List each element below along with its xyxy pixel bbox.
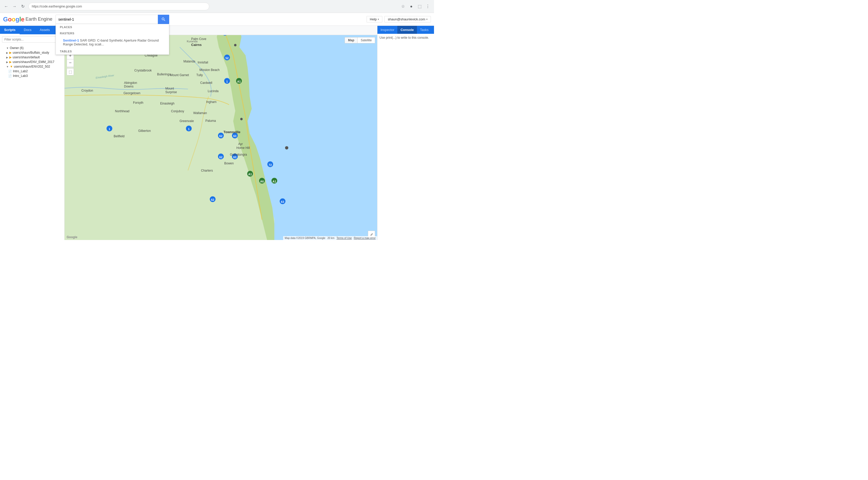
folder-arrow-icon: ▼	[6, 65, 9, 68]
bookmark-icon[interactable]: ☆	[399, 3, 407, 10]
folder-label: users/shaun/Buffalo_study	[13, 51, 49, 55]
svg-text:A6: A6	[260, 180, 264, 183]
svg-point-36	[234, 44, 237, 46]
svg-text:1: 1	[188, 128, 190, 131]
tab-console[interactable]: Console	[397, 26, 417, 34]
search-icon	[161, 17, 166, 22]
tab-assets[interactable]: Assets	[36, 26, 54, 34]
svg-text:1: 1	[108, 128, 110, 131]
file-label: Intro_Lab3	[13, 74, 28, 78]
tree-owner-label[interactable]: ▼ Owner (6)	[2, 46, 62, 50]
tab-scripts[interactable]: Scripts	[0, 26, 20, 34]
svg-text:62: 62	[211, 198, 214, 201]
folder-arrow-icon: ▶	[6, 61, 8, 64]
svg-text:A1: A1	[237, 80, 241, 83]
more-icon[interactable]: ⋮	[424, 3, 431, 10]
folder-label: users/shaun/ENV202_502	[14, 65, 50, 68]
svg-text:A1: A1	[273, 180, 276, 183]
scripts-tree: ▼ Owner (6) ▶ ▶ users/shaun/Buffalo_stud…	[0, 45, 64, 240]
tree-item-intro-lab2[interactable]: 📄 Intro_Lab2	[2, 69, 62, 74]
file-icon: 📄	[8, 74, 12, 78]
tab-inspector[interactable]: Inspector	[377, 26, 397, 34]
browser-chrome: ← → ↻ https://code.earthengine.google.co…	[0, 0, 434, 13]
filter-scripts-area	[0, 34, 64, 45]
map-data-label: Map data ©2019 GBRMPA, Google	[285, 237, 325, 239]
tables-header: TABLES	[56, 48, 169, 55]
profile-icon[interactable]: ●	[408, 3, 415, 10]
folder-label: users/shaun/ENV_EMM_2017	[13, 60, 54, 64]
file-label: Intro_Lab2	[13, 69, 28, 73]
svg-point-38	[285, 146, 288, 149]
folder-icon: ▶	[9, 51, 11, 55]
console-content: Use print(...) to write to this console.	[377, 34, 434, 240]
map-type-satellite-button[interactable]: Satellite	[358, 37, 375, 43]
browser-nav-buttons: ← → ↻	[3, 3, 26, 10]
zoom-out-button[interactable]: −	[67, 59, 74, 67]
folder-icon: ▶	[9, 60, 11, 64]
address-bar[interactable]: https://code.earthengine.google.com	[28, 3, 209, 10]
report-link[interactable]: Report a map error	[354, 237, 376, 239]
console-hint-text: Use print(...) to write to this console.	[379, 36, 429, 39]
folder-icon: ▼	[10, 65, 13, 68]
user-dropdown-arrow: ▾	[426, 18, 428, 21]
scale-label: 20 km	[327, 237, 334, 239]
google-g-icon: Google	[3, 16, 25, 23]
tree-item-intro-lab3[interactable]: 📄 Intro_Lab3	[2, 74, 62, 78]
svg-text:A1: A1	[248, 173, 252, 176]
svg-text:62: 62	[219, 134, 222, 138]
center-panel: Save ▾ Run ▾ Reset ▾ ⊞ ⚙	[65, 26, 377, 240]
places-header: PLACES	[56, 24, 169, 30]
svg-text:62: 62	[219, 156, 222, 159]
app: Google Earth Engine PLACES RASTERS Se	[0, 13, 434, 240]
map-google-logo: Google	[67, 235, 77, 239]
logo: Google Earth Engine	[3, 16, 53, 23]
map-type-controls: Map Satellite	[345, 37, 375, 43]
browser-actions: ☆ ● ⬚ ⋮	[399, 3, 431, 10]
folder-icon: ▶	[9, 56, 11, 59]
tree-item-default[interactable]: ▶ ▶ users/shaun/default	[2, 55, 62, 60]
right-tabs-nav: Inspector Console Tasks	[377, 26, 434, 34]
tree-item-env202[interactable]: ▼ ▼ users/shaun/ENV202_502	[2, 64, 62, 69]
tree-item-env-emm[interactable]: ▶ ▶ users/shaun/ENV_EMM_2017	[2, 60, 62, 64]
map-attribution: Map data ©2019 GBRMPA, Google 20 km Term…	[283, 236, 377, 240]
tree-owner-section: ▼ Owner (6) ▶ ▶ users/shaun/Buffalo_stud…	[2, 46, 62, 78]
filter-scripts-input[interactable]	[2, 36, 62, 43]
folder-arrow-icon: ▶	[6, 56, 8, 59]
search-input[interactable]	[56, 15, 169, 24]
terms-link[interactable]: Terms of Use	[337, 237, 352, 239]
topbar-actions: Help ▾ shaun@shaunlevick.com ▾	[367, 16, 431, 23]
tab-docs[interactable]: Docs	[20, 26, 36, 34]
svg-text:63: 63	[233, 156, 237, 159]
tree-item-buffalo[interactable]: ▶ ▶ users/shaun/Buffalo_study	[2, 50, 62, 55]
topbar: Google Earth Engine PLACES RASTERS Se	[0, 13, 434, 26]
right-panel: Inspector Console Tasks Use print(...) t…	[377, 26, 434, 240]
search-button[interactable]	[158, 15, 169, 24]
search-dropdown: PLACES RASTERS Sentinel-1 SAR GRD: C-ban…	[56, 24, 169, 55]
help-button[interactable]: Help ▾	[367, 16, 382, 23]
svg-text:72: 72	[269, 163, 272, 167]
tab-tasks[interactable]: Tasks	[417, 26, 432, 34]
map-type-map-button[interactable]: Map	[345, 37, 358, 43]
owner-arrow-icon: ▼	[6, 47, 9, 49]
help-dropdown-arrow: ▾	[378, 18, 379, 21]
app-title: Earth Engine	[26, 16, 53, 22]
main-area: Scripts Docs Assets ▼ Owner (6) ▶ ▶ user…	[0, 26, 434, 240]
map-svg: 27 1 52 1 A1 1 1 62 63	[65, 35, 377, 240]
back-button[interactable]: ←	[3, 3, 10, 10]
svg-text:52: 52	[225, 57, 228, 60]
refresh-button[interactable]: ↻	[19, 3, 26, 10]
rasters-header: RASTERS	[56, 30, 169, 36]
svg-text:63: 63	[281, 200, 284, 203]
rectangle-tool-button[interactable]: ⬚	[67, 68, 74, 75]
forward-button[interactable]: →	[11, 3, 18, 10]
user-button[interactable]: shaun@shaunlevick.com ▾	[384, 16, 431, 23]
result-title: Sentinel-1	[63, 38, 79, 42]
map-area[interactable]: 27 1 52 1 A1 1 1 62 63	[65, 35, 377, 240]
url-text: https://code.earthengine.google.com	[32, 5, 82, 8]
folder-arrow-icon: ▶	[6, 52, 8, 54]
extension-icon[interactable]: ⬚	[416, 3, 423, 10]
sentinel-1-result[interactable]: Sentinel-1 SAR GRD: C-band Synthetic Ape…	[56, 36, 169, 48]
svg-text:63: 63	[233, 134, 237, 138]
file-icon: 📄	[8, 70, 12, 73]
search-container: PLACES RASTERS Sentinel-1 SAR GRD: C-ban…	[56, 15, 169, 24]
